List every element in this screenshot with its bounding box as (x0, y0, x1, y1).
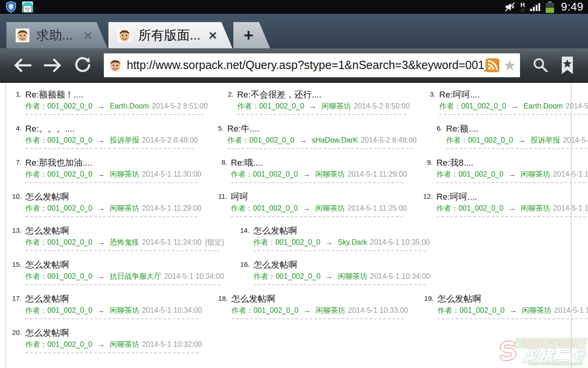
author-link[interactable]: 作者：001_002_0_0 (253, 238, 320, 246)
author-link[interactable]: 作者：001_002_0_0 (436, 170, 503, 178)
forum-link[interactable]: 闲聊茶坊 (110, 306, 139, 314)
author-link[interactable]: 作者：001_002_0_0 (232, 306, 299, 314)
result-number: 16. (236, 259, 250, 285)
avatar-notification-icon (22, 1, 33, 12)
forum-link[interactable]: 闲聊茶坊 (338, 272, 368, 280)
result-meta: 作者：001_002_0_0→抗日战争服大厅2014-5-1 10:34:00 (25, 271, 224, 282)
post-datetime: 2014-5-1 11:30:00 (142, 170, 202, 178)
result-title-link[interactable]: 怎么发帖啊 (25, 327, 202, 339)
result-meta: 作者：001_002_0_0→闲聊茶坊2014-5-1 11:25:00 (231, 203, 407, 214)
search-results: 1. Re:额额额！.... 作者：001_002_0_0→Earth.Doom… (6, 83, 571, 368)
url-field[interactable]: http://www.sorpack.net/Query.asp?stype=1… (104, 53, 520, 77)
forum-link[interactable]: 投诉举报 (110, 136, 139, 144)
arrow-separator: → (303, 170, 310, 178)
search-button[interactable] (532, 57, 548, 74)
forum-link[interactable]: 闲聊茶坊 (110, 170, 139, 178)
new-tab-button[interactable]: + (233, 22, 270, 48)
author-link[interactable]: 作者：001_002_0_0 (25, 272, 92, 280)
tab-all-boards[interactable]: 所有版面... × (108, 22, 232, 48)
forum-link[interactable]: 闲聊茶坊 (110, 204, 139, 212)
forward-button[interactable] (43, 58, 62, 73)
search-result-item: 1. Re:额额额！.... 作者：001_002_0_0→Earth.Doom… (8, 89, 208, 115)
result-title-link[interactable]: 怎么发帖啊 (437, 293, 588, 305)
forum-link[interactable]: 闲聊茶坊 (315, 204, 345, 212)
author-link[interactable]: 作者：001_002_0_0 (25, 170, 92, 178)
close-tab-icon[interactable]: × (209, 28, 217, 43)
forum-link[interactable]: 闲聊茶坊 (110, 340, 139, 348)
author-link[interactable]: 作者：001_002_0_0 (254, 272, 321, 280)
result-title-link[interactable]: 怎么发帖啊 (25, 191, 201, 203)
result-title-link[interactable]: Re:。。。.... (25, 123, 198, 135)
author-link[interactable]: 作者：001_002_0_0 (237, 102, 304, 110)
result-title-link[interactable]: Re:那我也加油.... (25, 157, 201, 169)
author-link[interactable]: 作者：001_002_0_0 (231, 170, 298, 178)
post-datetime: 2014-5-1 11:29:00 (553, 170, 588, 178)
author-link[interactable]: 作者：001_002_0_0 (446, 136, 513, 144)
forum-link[interactable]: 闲聊茶坊 (522, 306, 551, 314)
result-title-link[interactable]: 怎么发帖啊 (232, 293, 408, 305)
bookmarks-button[interactable] (560, 56, 575, 75)
result-title-link[interactable]: Re:不会很差，还行.... (237, 89, 410, 101)
author-link[interactable]: 作者：001_002_0_0 (436, 204, 503, 212)
tab-help[interactable]: 求助... × (6, 22, 107, 48)
arrow-separator: → (97, 340, 105, 348)
url-text: http://www.sorpack.net/Query.asp?stype=1… (127, 58, 486, 72)
rss-icon[interactable] (486, 58, 499, 72)
dashed-divider (231, 182, 403, 183)
result-title-link[interactable]: Re:呵呵.... (439, 89, 588, 101)
site-favicon (108, 58, 122, 72)
refresh-button[interactable] (74, 57, 92, 74)
forum-link[interactable]: 闲聊茶坊 (322, 102, 351, 110)
author-link[interactable]: 作者：001_002_0_0 (25, 306, 92, 314)
result-title-link[interactable]: 怎么发帖啊 (254, 259, 430, 271)
forum-link[interactable]: Earth.Doom (110, 102, 149, 110)
result-title-link[interactable]: Re:呵呵.... (436, 191, 588, 203)
back-button[interactable] (13, 58, 32, 73)
author-link[interactable]: 作者：001_002_0_0 (25, 340, 92, 348)
bookmark-star-icon[interactable]: ★ (503, 58, 516, 72)
dashed-divider (436, 216, 588, 217)
result-title-link[interactable]: 怎么发帖啊 (253, 225, 430, 237)
forum-link[interactable]: 恐怖鬼怪 (110, 238, 139, 246)
result-title-link[interactable]: Re:额.... (446, 123, 588, 135)
arrow-separator: → (97, 102, 105, 110)
author-link[interactable]: 作者：001_002_0_0 (25, 136, 92, 144)
result-title-link[interactable]: 呵呵 (231, 191, 407, 203)
forum-link[interactable]: 闲聊茶坊 (521, 204, 550, 212)
result-title-link[interactable]: 怎么发帖啊 (25, 293, 202, 305)
result-title-link[interactable]: 怎么发帖啊 (25, 259, 224, 271)
author-link[interactable]: 作者：001_002_0_0 (25, 204, 92, 212)
arrow-separator: → (325, 238, 333, 246)
forum-link[interactable]: 投诉举报 (531, 136, 560, 144)
author-link[interactable]: 作者：001_002_0_0 (25, 238, 92, 246)
forum-link[interactable]: Earth.Doom (524, 102, 563, 110)
author-link[interactable]: 作者：001_002_0_0 (437, 306, 504, 314)
result-row: 13. 怎么发帖啊 作者：001_002_0_0→恐怖鬼怪2014-5-1 11… (8, 225, 571, 251)
forum-link[interactable]: 闲聊茶坊 (315, 170, 345, 178)
result-title-link[interactable]: 怎么发帖啊 (25, 225, 224, 237)
result-title-link[interactable]: Re:牛.... (227, 123, 417, 135)
post-datetime: 2014-5-1 10:32:00 (142, 340, 202, 348)
forum-link[interactable]: sHaDow.DarK (312, 136, 358, 144)
result-row: 7. Re:那我也加油.... 作者：001_002_0_0→闲聊茶坊2014-… (8, 157, 571, 183)
result-title-link[interactable]: Re:哦.... (231, 157, 407, 169)
result-title-link[interactable]: Re:额额额！.... (25, 89, 208, 101)
search-result-item: 2. Re:不会很差，还行.... 作者：001_002_0_0→闲聊茶坊201… (220, 89, 410, 115)
result-number: 7. (8, 157, 22, 183)
dashed-divider (25, 216, 198, 217)
forum-link[interactable]: Sky.Dark (338, 238, 367, 246)
forum-link[interactable]: 闲聊茶坊 (521, 170, 550, 178)
forum-link[interactable]: 闲聊茶坊 (316, 306, 345, 314)
arrow-separator: → (509, 170, 516, 178)
dashed-divider (439, 114, 588, 115)
result-row: 4. Re:。。。.... 作者：001_002_0_0→投诉举报2014-5-… (8, 123, 571, 149)
arrow-separator: → (97, 136, 105, 144)
close-tab-icon[interactable]: × (84, 28, 92, 43)
author-link[interactable]: 作者：001_002_0_0 (227, 136, 294, 144)
author-link[interactable]: 作者：001_002_0_0 (231, 204, 298, 212)
author-link[interactable]: 作者：001_002_0_0 (25, 102, 92, 110)
forum-link[interactable]: 抗日战争服大厅 (110, 272, 161, 280)
result-number: 18. (214, 293, 228, 319)
author-link[interactable]: 作者：001_002_0_0 (439, 102, 506, 110)
result-title-link[interactable]: Re:我8.... (436, 157, 588, 169)
